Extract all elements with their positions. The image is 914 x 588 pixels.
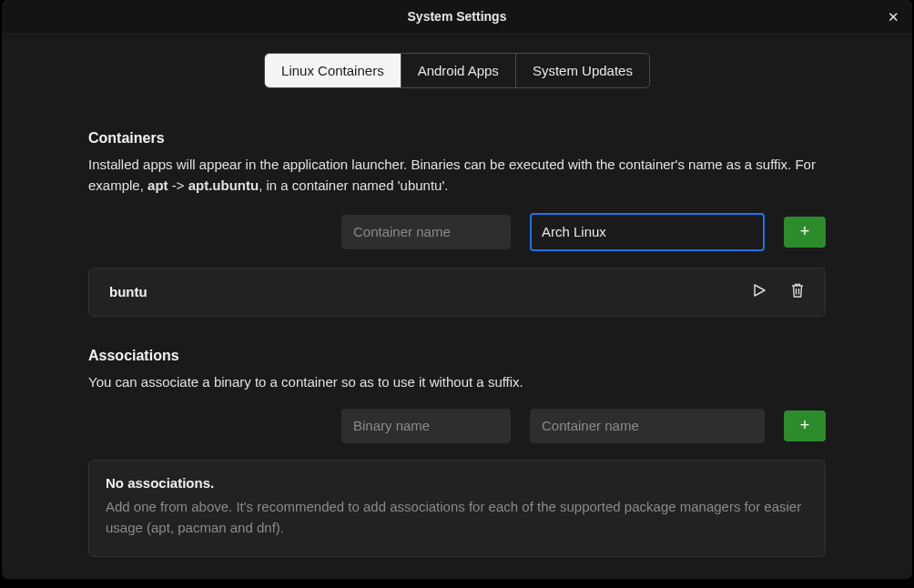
linux-containers-pane: Containers Installed apps will appear in… xyxy=(88,130,826,557)
containers-desc-bold1: apt xyxy=(147,177,168,193)
tab-linux-containers[interactable]: Linux Containers xyxy=(265,54,401,87)
tab-android-apps[interactable]: Android Apps xyxy=(401,54,516,87)
associations-heading: Associations xyxy=(88,348,826,364)
container-row-actions xyxy=(748,279,808,305)
add-container-row: + xyxy=(88,213,826,251)
container-image-input[interactable] xyxy=(530,213,765,251)
associations-empty-state: No associations. Add one from above. It'… xyxy=(88,460,826,558)
trash-icon xyxy=(790,282,805,301)
containers-desc-arrow: -> xyxy=(168,177,188,193)
associations-empty-title: No associations. xyxy=(106,475,808,491)
containers-desc-bold2: apt.ubuntu xyxy=(188,177,259,193)
associations-empty-desc: Add one from above. It's recommended to … xyxy=(106,496,808,539)
window-title: System Settings xyxy=(408,9,507,24)
play-icon xyxy=(752,283,767,300)
tab-system-updates[interactable]: System Updates xyxy=(516,54,649,87)
containers-heading: Containers xyxy=(88,130,826,147)
container-name-label: buntu xyxy=(109,284,748,299)
tab-bar: Linux Containers Android Apps System Upd… xyxy=(264,53,650,88)
add-association-button[interactable]: + xyxy=(784,411,826,441)
binary-name-input[interactable] xyxy=(341,409,511,443)
container-list-item: buntu xyxy=(88,268,826,317)
settings-window: System Settings ✕ Linux Containers Andro… xyxy=(2,0,912,579)
add-container-button[interactable]: + xyxy=(784,217,826,248)
close-icon[interactable]: ✕ xyxy=(888,10,899,24)
delete-container-button[interactable] xyxy=(787,279,808,305)
svg-marker-0 xyxy=(755,285,765,296)
titlebar: System Settings ✕ xyxy=(2,0,912,33)
run-container-button[interactable] xyxy=(748,279,770,304)
containers-description: Installed apps will appear in the applic… xyxy=(88,154,826,197)
associations-description: You can associate a binary to a containe… xyxy=(88,371,826,392)
add-association-row: + xyxy=(88,409,826,443)
container-name-input[interactable] xyxy=(341,215,511,249)
content-area: Linux Containers Android Apps System Upd… xyxy=(2,33,912,579)
association-container-input[interactable] xyxy=(530,409,765,443)
containers-desc-post: , in a container named 'ubuntu'. xyxy=(259,177,448,193)
